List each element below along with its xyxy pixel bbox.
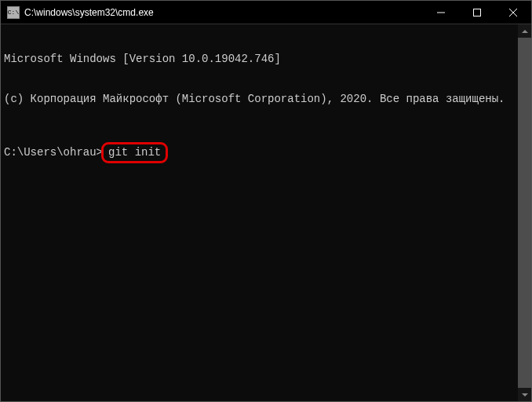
scroll-thumb[interactable] [518, 38, 531, 388]
svg-marker-4 [522, 30, 528, 33]
scroll-up-button[interactable] [518, 24, 531, 38]
svg-marker-5 [522, 393, 528, 397]
cmd-icon-text: C:\ [8, 9, 19, 16]
terminal-output-line: Microsoft Windows [Version 10.0.19042.74… [4, 53, 515, 66]
cmd-icon: C:\ [7, 6, 20, 19]
command-text: git init [108, 146, 161, 159]
minimize-button[interactable] [423, 1, 459, 24]
window-titlebar: C:\ C:\windows\system32\cmd.exe [1, 1, 531, 24]
scroll-track[interactable] [518, 38, 531, 388]
window-controls [423, 1, 531, 24]
terminal-area: Microsoft Windows [Version 10.0.19042.74… [1, 24, 531, 401]
svg-rect-1 [474, 9, 481, 16]
terminal-output-line: (c) Корпорация Майкрософт (Microsoft Cor… [4, 93, 515, 106]
prompt-text: C:\Users\ohrau> [4, 146, 103, 159]
window-title: C:\windows\system32\cmd.exe [24, 7, 423, 18]
close-button[interactable] [495, 1, 531, 24]
prompt-line: C:\Users\ohrau>git init [4, 142, 515, 163]
terminal-content[interactable]: Microsoft Windows [Version 10.0.19042.74… [1, 24, 518, 401]
scroll-down-button[interactable] [518, 388, 531, 401]
maximize-button[interactable] [459, 1, 495, 24]
command-highlight: git init [101, 142, 168, 163]
vertical-scrollbar[interactable] [518, 24, 531, 401]
